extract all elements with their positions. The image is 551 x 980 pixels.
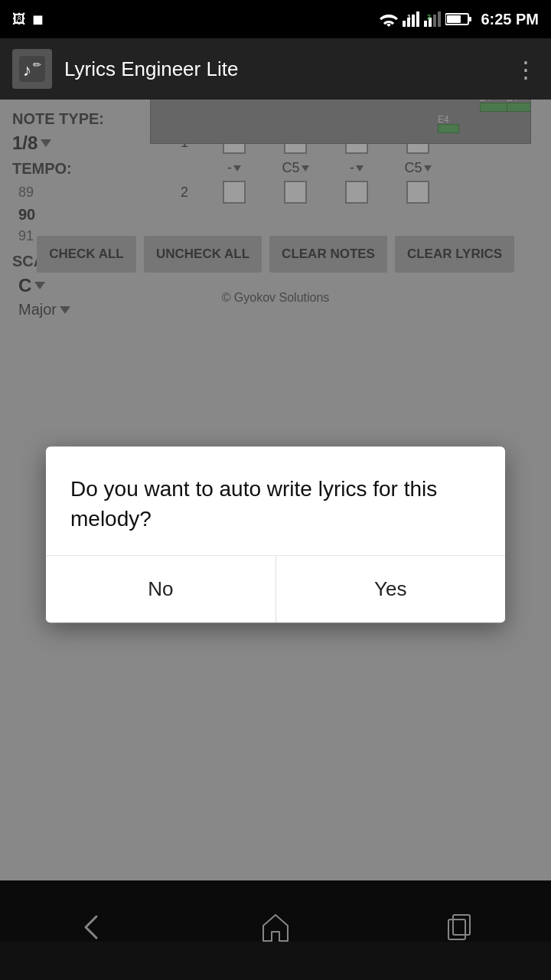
photo-icon: 🖼: [12, 11, 26, 28]
dialog-yes-button[interactable]: Yes: [276, 557, 506, 623]
battery-icon: [445, 11, 473, 27]
svg-text:♪: ♪: [23, 60, 31, 80]
svg-rect-2: [412, 15, 415, 27]
svg-rect-3: [416, 11, 419, 27]
wifi-icon: [380, 11, 398, 27]
menu-icon[interactable]: ⋮: [514, 56, 539, 83]
dialog-no-button[interactable]: No: [46, 557, 276, 623]
app-bar: ♪ ✏ Lyrics Engineer Lite ⋮: [0, 38, 551, 100]
app-title: Lyrics Engineer Lite: [64, 57, 514, 81]
svg-rect-11: [468, 17, 471, 21]
svg-rect-12: [447, 15, 461, 23]
notification-icon: ◼: [32, 11, 44, 28]
dialog-message: Do you want to auto write lyrics for thi…: [46, 446, 505, 556]
svg-rect-0: [403, 21, 406, 27]
dialog-buttons: No Yes: [46, 557, 505, 623]
signal2-icon: 2: [424, 11, 441, 27]
svg-rect-5: [424, 21, 427, 27]
svg-text:✏: ✏: [33, 59, 41, 70]
svg-rect-8: [438, 11, 441, 27]
main-content: NOTE TYPE: 1/8 G5 A5: [0, 100, 551, 942]
app-icon: ♪ ✏: [12, 49, 52, 89]
status-time: 6:25 PM: [481, 11, 539, 28]
dialog: Do you want to auto write lyrics for thi…: [46, 446, 505, 622]
svg-text:2: 2: [427, 13, 431, 21]
status-bar-right-icons: 1 2 6:25 PM: [380, 11, 539, 28]
status-bar-left-icons: 🖼 ◼: [12, 11, 44, 28]
svg-rect-7: [433, 15, 436, 27]
svg-text:1: 1: [407, 13, 411, 21]
signal1-icon: 1: [403, 11, 419, 27]
status-bar: 🖼 ◼ 1 2 6:25 PM: [0, 0, 551, 38]
